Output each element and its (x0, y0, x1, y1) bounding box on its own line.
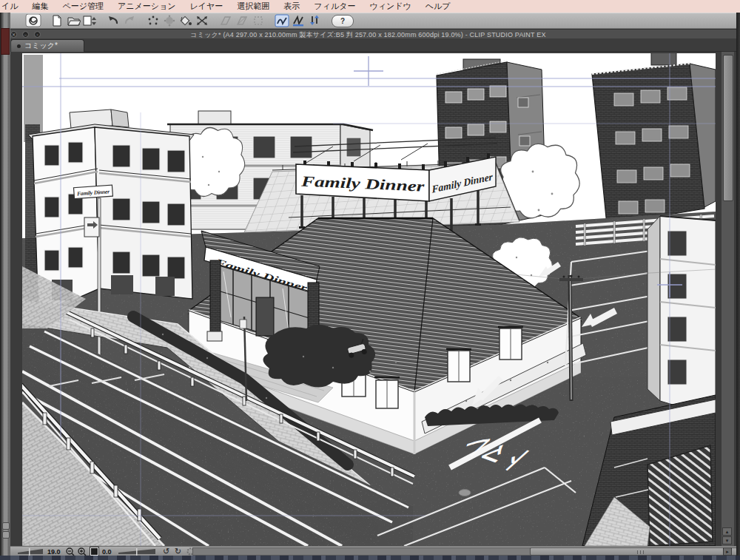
window-right-border (736, 13, 740, 556)
snap-ruler-button-disabled[interactable] (218, 14, 234, 27)
document-page[interactable]: Family Dinner Family Dinner Family Dinne… (22, 53, 716, 546)
desktop-behind-window (0, 556, 740, 560)
transform-button[interactable] (194, 14, 210, 27)
collapsed-palette-edge[interactable] (0, 13, 10, 556)
menu-item-animation[interactable]: アニメーション (118, 1, 176, 12)
white-building-right (648, 216, 716, 417)
unsaved-dot-icon (17, 44, 21, 48)
new-file-button[interactable] (49, 14, 65, 27)
horizontal-scrollbar[interactable] (192, 547, 733, 556)
save-button[interactable] (81, 14, 98, 27)
status-bar: 19.0 0.0 ↺ ↻ ◂ ▸ (10, 546, 736, 556)
snap-to-guide-button[interactable] (306, 14, 323, 27)
document-tab-bar: コミック* (0, 38, 736, 52)
redo-button[interactable] (121, 14, 138, 27)
app-logo[interactable] (25, 14, 41, 27)
palette-edge-accent (1, 28, 10, 55)
snap-grid-button-disabled[interactable] (250, 14, 266, 27)
scroll-up-button[interactable]: ▴ (722, 527, 732, 536)
undo-button[interactable] (105, 14, 121, 27)
menu-item-view[interactable]: 表示 (283, 1, 300, 12)
deselect-button[interactable] (161, 14, 178, 27)
vertical-scrollbar-thumb[interactable] (723, 55, 733, 201)
tab-comic[interactable]: コミック* (10, 39, 84, 52)
dark-building-right (592, 53, 716, 225)
menu-item-window[interactable]: ウィンドウ (369, 1, 411, 12)
menu-item-file[interactable]: イル (1, 1, 18, 12)
menu-item-page-manage[interactable]: ページ管理 (63, 1, 104, 12)
palette-mini-icon[interactable] (2, 522, 10, 530)
menu-item-help[interactable]: ヘルプ (426, 1, 451, 12)
scroll-down-button[interactable]: ▾ (722, 536, 732, 544)
fill-bucket-button[interactable] (178, 14, 194, 27)
help-button[interactable]: ? (332, 15, 354, 27)
snap-special-ruler-button-disabled[interactable] (234, 14, 250, 27)
toolbar: ? (0, 13, 740, 29)
menu-item-layer[interactable]: レイヤー (190, 1, 223, 12)
open-file-button[interactable] (65, 14, 81, 27)
menu-item-edit[interactable]: 編集 (33, 1, 49, 12)
document-title-bar: ✕ – ▫ コミック* (A4 297.00 x 210.00mm 製本サイズ:… (0, 29, 736, 39)
help-label: ? (340, 17, 345, 25)
scroll-right-button[interactable]: ▸ (723, 547, 732, 556)
menu-item-filter[interactable]: フィルター (314, 1, 355, 12)
tab-label: コミック* (24, 41, 58, 51)
menu-bar: イル 編集 ページ管理 アニメーション レイヤー 選択範囲 表示 フィルター ウ… (0, 0, 740, 13)
snap-to-special-ruler-button[interactable] (290, 14, 306, 27)
vertical-scrollbar[interactable]: ▴ ▾ (721, 52, 734, 546)
horizontal-scrollbar-thumb[interactable] (530, 547, 740, 556)
snap-to-ruler-button[interactable] (274, 14, 290, 27)
select-dots-button[interactable] (145, 14, 161, 27)
palette-mini-icon[interactable] (2, 531, 10, 539)
menu-item-selection[interactable]: 選択範囲 (237, 1, 269, 12)
